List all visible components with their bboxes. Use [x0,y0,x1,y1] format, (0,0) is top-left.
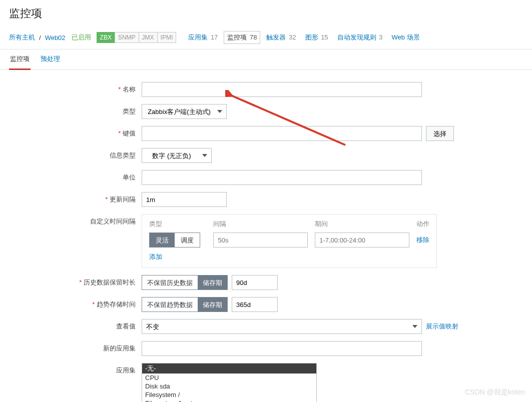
key-input[interactable] [142,126,422,141]
breadcrumb-sep: / [39,34,41,42]
interval-add-link[interactable]: 添加 [149,253,162,260]
label-update-interval: 更新间隔 [9,192,142,204]
label-key: 键值 [9,126,142,138]
select-button[interactable]: 选择 [426,126,454,141]
form: 名称 类型 Zabbix客户端(主动式) 键值 选择 信息类型 数字 (无正负)… [0,70,532,402]
proto-zbx[interactable]: ZBX [97,32,115,43]
proto-ipmi[interactable]: IPMI [157,32,177,43]
toggle-scheduling[interactable]: 调度 [175,233,200,247]
nav-item-label[interactable]: Web 场景 [391,34,419,41]
label-type: 类型 [9,104,142,116]
label-viewvalue: 查看值 [9,319,142,331]
label-newapp: 新的应用集 [9,341,142,353]
nav-item-count: 15 [319,34,328,41]
units-input[interactable] [142,170,422,185]
infotype-select[interactable]: 数字 (无正负) [142,148,212,163]
trends-nokeep[interactable]: 不保留趋势数据 [142,298,198,312]
label-infotype: 信息类型 [9,148,142,160]
trends-value-input[interactable] [232,297,278,312]
nav-item[interactable]: 应用集 17 [185,32,221,44]
breadcrumb-all-hosts[interactable]: 所有主机 [9,33,35,42]
nav-item-label[interactable]: 监控项 [227,34,247,41]
update-interval-input[interactable] [142,192,227,207]
toggle-flexible[interactable]: 灵活 [150,233,175,247]
nav-item[interactable]: 图形 15 [302,32,331,44]
nav-item[interactable]: 触发器 32 [263,32,299,44]
custom-intervals-box: 类型 间隔 期间 动作 灵活 调度 移除 添加 [142,214,437,268]
list-item[interactable]: CPU [142,374,316,382]
nav-item[interactable]: 监控项 78 [224,31,260,44]
viewvalue-select[interactable]: 不变 [142,319,422,334]
interval-delay-input[interactable] [213,232,308,248]
name-input[interactable] [142,82,422,97]
int-head-period: 期间 [315,220,409,228]
nav-item-label[interactable]: 图形 [305,34,318,41]
nav-item-label[interactable]: 自动发现规则 [337,34,376,41]
interval-remove-link[interactable]: 移除 [416,236,429,244]
history-storage[interactable]: 储存期 [198,276,227,290]
list-item[interactable]: -无- [142,364,316,374]
nav-item-label[interactable]: 应用集 [188,34,208,41]
application-list[interactable]: -无-CPUDisk sdaFilesystem /Filesystem /bo… [142,363,317,402]
label-appset: 应用集 [9,363,142,375]
interval-type-toggle[interactable]: 灵活 调度 [149,232,200,248]
label-trends: 趋势存储时间 [9,297,142,309]
trends-storage[interactable]: 储存期 [198,298,227,312]
label-units: 单位 [9,170,142,182]
int-head-interval: 间隔 [213,220,308,228]
nav-item-label[interactable]: 触发器 [266,34,286,41]
interval-period-input[interactable] [315,232,409,248]
proto-snmp[interactable]: SNMP [115,32,139,43]
tabs: 监控项 预处理 [0,50,532,70]
history-toggle[interactable]: 不保留历史数据 储存期 [142,275,228,290]
tab-item[interactable]: 监控项 [9,50,31,70]
annotation-arrow [225,90,355,155]
list-item[interactable]: Filesystem / [142,390,316,399]
nav-item-count: 17 [209,34,218,41]
header-bar: 所有主机 / Web02 已启用 ZBX SNMP JMX IPMI 应用集 1… [0,28,532,50]
trends-toggle[interactable]: 不保留趋势数据 储存期 [142,297,228,312]
nav-item[interactable]: 自动发现规则 3 [334,32,386,44]
page-title: 监控项 [0,0,532,28]
proto-jmx[interactable]: JMX [139,32,158,43]
breadcrumb-host[interactable]: Web02 [45,34,66,42]
list-item[interactable]: Filesystem /boot [142,399,316,402]
protocol-group: ZBX SNMP JMX IPMI [97,32,177,43]
history-nokeep[interactable]: 不保留历史数据 [142,276,198,290]
enabled-label: 已启用 [72,33,91,42]
nav-item-count: 32 [287,34,296,41]
int-head-type: 类型 [149,220,206,228]
label-custom-intervals: 自定义时间间隔 [9,214,142,226]
label-name: 名称 [9,82,142,94]
tab-preproc[interactable]: 预处理 [40,50,61,70]
show-value-map-link[interactable]: 展示值映射 [426,322,458,331]
nav-item[interactable]: Web 场景 [388,32,422,44]
int-head-action: 动作 [416,220,429,228]
label-history: 历史数据保留时长 [9,275,142,287]
new-application-input[interactable] [142,341,422,356]
type-select[interactable]: Zabbix客户端(主动式) [142,104,227,119]
history-value-input[interactable] [232,275,278,290]
list-item[interactable]: Disk sda [142,382,316,390]
nav-item-count: 78 [248,34,257,41]
nav-item-count: 3 [377,34,383,41]
